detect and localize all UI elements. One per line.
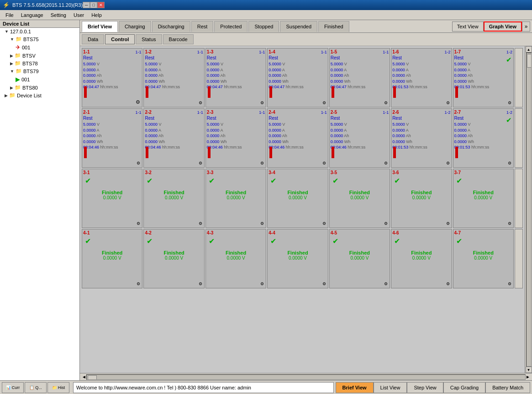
scroll-up-button[interactable]: ▲ bbox=[526, 46, 532, 53]
sidebar-item-label: 127.0.0.1 bbox=[10, 29, 31, 34]
cell-settings-icon: ⚙ bbox=[260, 161, 264, 165]
battery-row-3: 3-1 ✔ Finished 0.0000 V ⚙ 3-2 ✔ Finished bbox=[82, 169, 523, 228]
cell-1-5[interactable]: 1-5 1-1 Rest 5.0000 V 0.0000 A 0.0000 Ah… bbox=[329, 48, 390, 107]
hscroll-left-button[interactable]: ◄ bbox=[82, 374, 86, 379]
cell-3-2[interactable]: 3-2 ✔ Finished 0.0000 V ⚙ bbox=[143, 169, 204, 228]
scroll-thumb[interactable] bbox=[527, 54, 532, 68]
menu-help[interactable]: Help bbox=[88, 11, 105, 19]
sidebar-item-bts75-001[interactable]: ✈ 001 bbox=[0, 43, 79, 52]
cell-2-3[interactable]: 2-3 1-1 Rest 5.0000 V 0.0000 A 0.0000 Ah… bbox=[205, 108, 266, 168]
sub-tab-data[interactable]: Data bbox=[82, 34, 104, 44]
titlebar-title: BTS 7.5.5.658(2015.11.20)(R3) bbox=[12, 2, 83, 8]
sidebar-item-bts79[interactable]: ▼ 📁 BTS79 bbox=[0, 67, 79, 75]
cell-settings-icon: ⚙ bbox=[384, 282, 388, 286]
hscroll-right-button[interactable]: ► bbox=[526, 374, 530, 379]
close-button[interactable]: ✕ bbox=[97, 2, 105, 8]
sidebar-item-bts79-001[interactable]: ▶ 001 bbox=[0, 75, 79, 84]
cell-settings-icon: ⚙ bbox=[199, 221, 202, 226]
cell-3-5[interactable]: 3-5 ✔ Finished 0.0000 V ⚙ bbox=[329, 169, 390, 228]
cell-settings-icon: ⚙ bbox=[322, 101, 326, 105]
menu-user[interactable]: User bbox=[70, 11, 88, 19]
cell-1-1[interactable]: 1-1 1-1 Rest 5.0000 V 0.0000 A 0.0000 Ah… bbox=[82, 48, 142, 107]
cell-1-6[interactable]: 1-6 1-2 Rest 5.0000 V 0.0000 A 0.0000 Ah… bbox=[391, 48, 452, 107]
folder-icon: 📁 bbox=[15, 53, 21, 59]
hscroll-thumb[interactable] bbox=[88, 375, 97, 380]
cell-settings-icon: ⚙ bbox=[199, 161, 202, 165]
cell-2-6[interactable]: 2-6 1-2 Rest 5.0000 V 0.0000 A 0.0000 Ah… bbox=[391, 108, 452, 168]
cell-2-1[interactable]: 2-1 1-1 Rest 5.0000 V 0.0000 A 0.0000 Ah… bbox=[82, 108, 142, 168]
cell-4-2[interactable]: 4-2 ✔ Finished 0.0000 V ⚙ bbox=[143, 229, 204, 288]
tab-stopped[interactable]: Stopped bbox=[248, 21, 279, 32]
nav-right-arrow[interactable]: » bbox=[522, 21, 530, 32]
cell-4-1[interactable]: 4-1 ✔ Finished 0.0000 V ⚙ bbox=[82, 229, 142, 288]
cell-1-2[interactable]: 1-2 1-1 Rest 5.0000 V 0.0000 A 0.0000 Ah… bbox=[143, 48, 204, 107]
brief-view-button[interactable]: Brief View bbox=[336, 382, 374, 393]
hscroll-track[interactable] bbox=[86, 374, 526, 380]
cell-2-2[interactable]: 2-2 1-1 Rest 5.0000 V 0.0000 A 0.0000 Ah… bbox=[143, 108, 204, 168]
horizontal-scrollbar[interactable]: ◄ ► bbox=[80, 373, 532, 380]
text-view-button[interactable]: Text View bbox=[452, 21, 484, 32]
sidebar-item-label: BTS80 bbox=[22, 85, 38, 91]
cell-4-3[interactable]: 4-3 ✔ Finished 0.0000 V ⚙ bbox=[205, 229, 266, 288]
cell-settings-icon: ⚙ bbox=[446, 221, 450, 226]
q-icon-button[interactable]: 📋 Q... bbox=[25, 382, 47, 393]
cell-1-4[interactable]: 1-4 1-1 Rest 5.0000 V 0.0000 A 0.0000 Ah… bbox=[267, 48, 328, 107]
q-label: Q... bbox=[35, 385, 42, 390]
hist-icon-button[interactable]: 📁 Hist bbox=[47, 382, 69, 393]
status-message: Welcome to http://www.neware.com.cn ! Te… bbox=[73, 382, 334, 393]
cell-4-7[interactable]: 4-7 ✔ Finished 0.0000 V ⚙ bbox=[453, 229, 514, 288]
battery-row-4: 4-1 ✔ Finished 0.0000 V ⚙ 4-2 ✔ Finished bbox=[82, 229, 523, 288]
menu-file[interactable]: File bbox=[2, 11, 17, 19]
list-view-button[interactable]: List View bbox=[374, 382, 407, 393]
check-icon: ✔ bbox=[456, 176, 462, 185]
cell-4-6[interactable]: 4-6 ✔ Finished 0.0000 V ⚙ bbox=[391, 229, 452, 288]
sidebar-item-device-list[interactable]: ▶ 📁 Device List bbox=[0, 91, 79, 99]
cell-settings-icon: ⚙ bbox=[384, 161, 388, 165]
cell-3-7[interactable]: 3-7 ✔ Finished 0.0000 V ⚙ bbox=[453, 169, 514, 228]
cap-grading-button[interactable]: Cap Grading bbox=[443, 382, 485, 393]
tab-suspended[interactable]: Suspended bbox=[280, 21, 317, 32]
sidebar-item-127[interactable]: ▼ 127.0.0.1 bbox=[0, 28, 79, 35]
row-scroll-4 bbox=[515, 229, 523, 288]
expand-arrow: ▼ bbox=[5, 29, 9, 34]
check-icon: ✔ bbox=[506, 56, 512, 64]
tab-rest[interactable]: Rest bbox=[191, 21, 214, 32]
sub-tab-status[interactable]: Status bbox=[136, 34, 162, 44]
cell-3-1[interactable]: 3-1 ✔ Finished 0.0000 V ⚙ bbox=[82, 169, 142, 228]
sidebar-item-bts80[interactable]: ▶ 📁 BTS80 bbox=[0, 84, 79, 91]
vertical-scrollbar[interactable]: ▲ ▼ bbox=[525, 46, 532, 373]
cell-1-7[interactable]: 1-7 1-2 ✔ Rest 5.0000 V 0.0000 A 0.0000 … bbox=[453, 48, 514, 107]
battery-match-button[interactable]: Battery Match bbox=[485, 382, 530, 393]
cell-3-4[interactable]: 3-4 ✔ Finished 0.0000 V ⚙ bbox=[267, 169, 328, 228]
sub-tab-control[interactable]: Control bbox=[105, 34, 135, 44]
cell-4-5[interactable]: 4-5 ✔ Finished 0.0000 V ⚙ bbox=[329, 229, 390, 288]
tab-protected[interactable]: Protected bbox=[214, 21, 248, 32]
minimize-button[interactable]: ─ bbox=[83, 2, 90, 8]
curr-icon-button[interactable]: 📊 Curr bbox=[2, 382, 24, 393]
cell-2-5[interactable]: 2-5 1-1 Rest 5.0000 V 0.0000 A 0.0000 Ah… bbox=[329, 108, 390, 168]
cell-4-4[interactable]: 4-4 ✔ Finished 0.0000 V ⚙ bbox=[267, 229, 328, 288]
sidebar-item-bts75[interactable]: ▼ 📁 BTS75 bbox=[0, 35, 79, 43]
battery-row-2: 2-1 1-1 Rest 5.0000 V 0.0000 A 0.0000 Ah… bbox=[82, 108, 523, 168]
sub-tab-barcode[interactable]: Barcode bbox=[163, 34, 194, 44]
cell-3-3[interactable]: 3-3 ✔ Finished 0.0000 V ⚙ bbox=[205, 169, 266, 228]
tab-discharging[interactable]: Discharging bbox=[152, 21, 190, 32]
cell-2-7[interactable]: 2-7 1-2 ✔ Rest 5.0000 V 0.0000 A 0.0000 … bbox=[453, 108, 514, 168]
sidebar-item-bts78[interactable]: ▶ 📁 BTS78 bbox=[0, 59, 79, 67]
tab-brief-view[interactable]: Brief View bbox=[82, 21, 118, 32]
menubar: File Language Setting User Help bbox=[0, 10, 532, 20]
graph-view-button[interactable]: Graph View bbox=[484, 21, 522, 32]
tab-finished[interactable]: Finished bbox=[318, 21, 349, 32]
maximize-button[interactable]: □ bbox=[90, 2, 97, 8]
tab-charging[interactable]: Charging bbox=[119, 21, 151, 32]
scroll-track[interactable] bbox=[526, 53, 532, 367]
cell-1-3[interactable]: 1-3 1-1 Rest 5.0000 V 0.0000 A 0.0000 Ah… bbox=[205, 48, 266, 107]
step-view-button[interactable]: Step View bbox=[407, 382, 443, 393]
menu-setting[interactable]: Setting bbox=[47, 11, 70, 19]
cell-2-4[interactable]: 2-4 1-1 Rest 5.0000 V 0.0000 A 0.0000 Ah… bbox=[267, 108, 328, 168]
check-icon: ✔ bbox=[332, 237, 338, 245]
cell-3-6[interactable]: 3-6 ✔ Finished 0.0000 V ⚙ bbox=[391, 169, 452, 228]
menu-language[interactable]: Language bbox=[17, 11, 47, 19]
sidebar-item-btsv[interactable]: ▶ 📁 BTSV bbox=[0, 52, 79, 59]
scroll-down-button[interactable]: ▼ bbox=[526, 367, 532, 373]
